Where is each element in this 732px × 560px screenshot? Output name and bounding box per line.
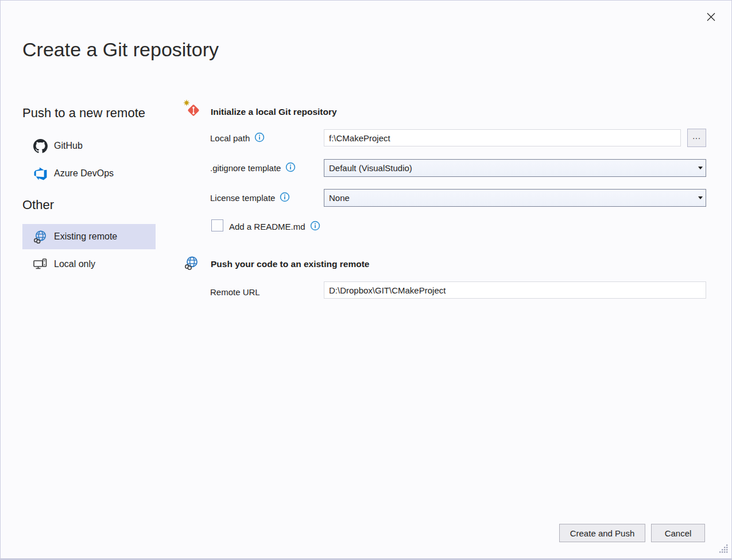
new-git-repository-icon bbox=[183, 99, 202, 121]
remote-url-input[interactable] bbox=[324, 281, 706, 299]
browse-button[interactable]: ... bbox=[687, 129, 706, 147]
local-path-label: Local path bbox=[210, 133, 250, 143]
sidebar-item-local-only[interactable]: Local only bbox=[22, 252, 156, 277]
info-icon[interactable] bbox=[310, 221, 320, 233]
azure-devops-icon bbox=[33, 166, 48, 181]
readme-label: Add a README.md bbox=[229, 222, 305, 231]
local-path-label-row: Local path bbox=[210, 132, 265, 144]
sidebar-item-label: GitHub bbox=[54, 141, 83, 151]
sidebar-item-label: Local only bbox=[54, 259, 95, 269]
globe-link-icon bbox=[184, 255, 199, 273]
close-icon bbox=[707, 13, 715, 24]
page-title: Create a Git repository bbox=[22, 38, 219, 61]
info-icon[interactable] bbox=[285, 162, 296, 174]
local-path-input[interactable] bbox=[324, 129, 681, 146]
gitignore-label: .gitignore template bbox=[210, 163, 281, 173]
create-git-repository-dialog: Create a Git repository Push to a new re… bbox=[0, 0, 732, 560]
chevron-down-icon bbox=[695, 190, 706, 206]
chevron-down-icon bbox=[695, 160, 706, 176]
gitignore-template-dropdown[interactable]: Default (VisualStudio) bbox=[324, 159, 706, 177]
remote-url-label: Remote URL bbox=[210, 287, 260, 297]
license-label-row: License template bbox=[210, 192, 290, 204]
readme-label-row: Add a README.md bbox=[229, 221, 320, 233]
sidebar-item-github[interactable]: GitHub bbox=[22, 133, 156, 159]
gitignore-template-value: Default (VisualStudio) bbox=[324, 163, 412, 173]
license-label: License template bbox=[210, 193, 275, 203]
gitignore-label-row: .gitignore template bbox=[210, 162, 296, 174]
info-icon[interactable] bbox=[280, 192, 290, 204]
sidebar-heading-other: Other bbox=[22, 198, 54, 213]
globe-link-icon bbox=[33, 229, 48, 244]
readme-checkbox[interactable] bbox=[211, 219, 223, 231]
computer-icon bbox=[33, 257, 48, 272]
license-template-value: None bbox=[324, 193, 350, 203]
license-template-dropdown[interactable]: None bbox=[324, 189, 706, 207]
github-icon bbox=[33, 138, 48, 153]
remote-url-label-row: Remote URL bbox=[210, 287, 260, 297]
init-section-heading: Initialize a local Git repository bbox=[211, 107, 337, 117]
sidebar-item-label: Azure DevOps bbox=[54, 168, 114, 179]
close-button[interactable] bbox=[702, 9, 720, 27]
sidebar-heading-new-remote: Push to a new remote bbox=[22, 106, 145, 121]
create-and-push-button[interactable]: Create and Push bbox=[559, 524, 645, 542]
sidebar-item-existing-remote[interactable]: Existing remote bbox=[22, 224, 156, 249]
sidebar-item-label: Existing remote bbox=[54, 231, 117, 242]
resize-grip-icon[interactable] bbox=[719, 544, 729, 556]
info-icon[interactable] bbox=[254, 132, 265, 144]
cancel-button[interactable]: Cancel bbox=[651, 524, 705, 542]
push-section-heading: Push your code to an existing remote bbox=[211, 259, 369, 269]
sidebar-item-azure-devops[interactable]: Azure DevOps bbox=[22, 161, 156, 186]
